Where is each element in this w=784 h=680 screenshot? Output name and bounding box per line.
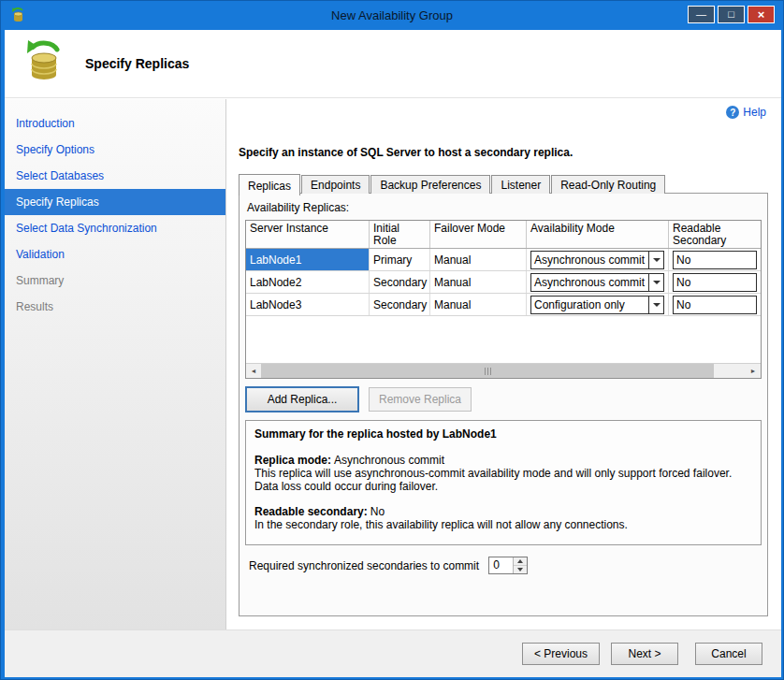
title-bar: New Availability Group — □ × — [1, 1, 783, 30]
column-header-readable-secondary[interactable]: Readable Secondary — [669, 221, 761, 248]
cell-failover-mode[interactable]: Manual — [430, 271, 527, 293]
sidebar-item-select-data-sync[interactable]: Select Data Synchronization — [5, 215, 225, 241]
next-button[interactable]: Next > — [611, 643, 678, 665]
chevron-down-icon[interactable] — [648, 252, 663, 268]
replicas-grid: Server Instance Initial Role Failover Mo… — [245, 220, 762, 379]
availability-mode-dropdown[interactable]: Asynchronous commit — [530, 251, 664, 269]
previous-button[interactable]: < Previous — [522, 643, 600, 665]
replica-mode-label: Replica mode: — [254, 454, 331, 467]
tab-replicas[interactable]: Replicas — [239, 174, 300, 195]
tab-strip: Replicas Endpoints Backup Preferences Li… — [239, 174, 666, 194]
availability-replicas-label: Availability Replicas: — [247, 201, 349, 214]
cell-initial-role[interactable]: Secondary — [370, 271, 430, 293]
instruction-text: Specify an instance of SQL Server to hos… — [239, 146, 573, 159]
tab-listener[interactable]: Listener — [491, 175, 550, 194]
summary-title: Summary for the replica hosted by LabNod… — [254, 427, 752, 441]
minimize-button[interactable]: — — [688, 6, 715, 23]
sidebar-item-introduction[interactable]: Introduction — [5, 110, 225, 137]
dropdown-value: No — [676, 298, 690, 311]
dropdown-value: No — [676, 253, 690, 267]
column-header-server-instance[interactable]: Server Instance — [246, 221, 370, 248]
sidebar-item-results: Results — [5, 294, 225, 320]
availability-group-icon — [22, 40, 66, 85]
required-secondaries-label: Required synchronized secondaries to com… — [249, 559, 479, 572]
replica-summary-panel: Summary for the replica hosted by LabNod… — [245, 420, 762, 545]
replica-mode-description: This replica will use asynchronous-commi… — [254, 467, 752, 493]
help-icon: ? — [726, 106, 739, 119]
cell-server-instance[interactable]: LabNode2 — [246, 271, 370, 293]
availability-mode-dropdown[interactable]: Configuration only — [530, 296, 664, 314]
maximize-button[interactable]: □ — [718, 6, 745, 23]
cell-readable-secondary: No — [669, 249, 761, 270]
column-header-availability-mode[interactable]: Availability Mode — [527, 221, 669, 248]
readable-secondary-value: No — [370, 505, 385, 518]
scroll-left-icon[interactable]: ◄ — [246, 364, 261, 378]
dropdown-value: Asynchronous commit — [531, 253, 648, 267]
cell-initial-role[interactable]: Secondary — [370, 294, 430, 315]
cell-availability-mode: Asynchronous commit — [527, 249, 669, 270]
column-header-failover-mode[interactable]: Failover Mode — [430, 221, 527, 248]
cell-failover-mode[interactable]: Manual — [430, 249, 527, 270]
replica-mode-section: Replica mode:Asynchronous commit This re… — [254, 454, 752, 493]
cell-availability-mode: Configuration only — [527, 294, 669, 315]
dropdown-value: No — [676, 276, 690, 289]
sidebar-item-specify-replicas[interactable]: Specify Replicas — [5, 189, 225, 215]
cell-failover-mode[interactable]: Manual — [430, 294, 527, 315]
readable-secondary-dropdown[interactable]: No — [673, 251, 757, 269]
wizard-header: Specify Replicas — [5, 30, 781, 98]
dropdown-value: Asynchronous commit — [531, 276, 648, 289]
add-replica-button[interactable]: Add Replica... — [245, 386, 359, 412]
scrollbar-track[interactable] — [714, 364, 746, 378]
remove-replica-button[interactable]: Remove Replica — [369, 387, 472, 412]
replicas-tab-panel: Availability Replicas: Server Instance I… — [239, 193, 768, 616]
scroll-right-icon[interactable]: ► — [746, 364, 761, 378]
cell-initial-role[interactable]: Primary — [370, 249, 430, 270]
dialog-window: New Availability Group — □ × Specify Rep… — [0, 0, 784, 680]
cell-availability-mode: Asynchronous commit — [527, 271, 669, 293]
wizard-body: Introduction Specify Options Select Data… — [5, 99, 781, 629]
table-row[interactable]: LabNode2 Secondary Manual Asynchronous c… — [246, 271, 761, 294]
window-title: New Availability Group — [1, 1, 783, 30]
horizontal-scrollbar[interactable]: ◄ ► — [246, 363, 761, 378]
dropdown-value: Configuration only — [531, 298, 648, 311]
tab-endpoints[interactable]: Endpoints — [301, 175, 370, 194]
sidebar-item-select-databases[interactable]: Select Databases — [5, 163, 225, 189]
tab-read-only-routing[interactable]: Read-Only Routing — [551, 175, 665, 194]
table-row[interactable]: LabNode1 Primary Manual Asynchronous com… — [246, 249, 761, 271]
cell-readable-secondary: No — [669, 271, 761, 293]
readable-secondary-section: Readable secondary:No In the secondary r… — [254, 505, 752, 531]
sidebar-item-specify-options[interactable]: Specify Options — [5, 137, 225, 163]
help-label: Help — [743, 106, 766, 119]
table-row[interactable]: LabNode3 Secondary Manual Configuration … — [246, 294, 761, 316]
availability-mode-dropdown[interactable]: Asynchronous commit — [530, 273, 664, 292]
scrollbar-thumb[interactable] — [261, 364, 714, 378]
sidebar-item-validation[interactable]: Validation — [5, 241, 225, 268]
cancel-button[interactable]: Cancel — [695, 643, 762, 665]
readable-secondary-dropdown[interactable]: No — [673, 296, 757, 314]
stepper-up-icon[interactable] — [514, 557, 527, 566]
page-title: Specify Replicas — [85, 56, 189, 71]
required-secondaries-stepper[interactable]: 0 — [488, 557, 528, 574]
sidebar-item-summary: Summary — [5, 268, 225, 294]
grid-header-row: Server Instance Initial Role Failover Mo… — [246, 221, 761, 249]
tab-backup-preferences[interactable]: Backup Preferences — [370, 175, 490, 194]
readable-secondary-description: In the secondary role, this availability… — [254, 518, 752, 531]
chevron-down-icon[interactable] — [648, 274, 663, 291]
readable-secondary-label: Readable secondary: — [254, 505, 368, 518]
column-header-initial-role[interactable]: Initial Role — [370, 221, 430, 248]
cell-server-instance[interactable]: LabNode1 — [246, 249, 370, 270]
close-button[interactable]: × — [748, 6, 775, 23]
stepper-down-icon[interactable] — [514, 566, 527, 573]
dialog-client-area: Specify Replicas Introduction Specify Op… — [5, 30, 781, 677]
readable-secondary-dropdown[interactable]: No — [673, 273, 757, 292]
chevron-down-icon[interactable] — [648, 297, 663, 313]
stepper-value[interactable]: 0 — [489, 557, 513, 573]
wizard-steps-sidebar: Introduction Specify Options Select Data… — [5, 99, 226, 629]
required-secondaries-row: Required synchronized secondaries to com… — [249, 557, 528, 574]
cell-server-instance[interactable]: LabNode3 — [246, 294, 370, 315]
cell-readable-secondary: No — [669, 294, 761, 315]
main-content: ? Help Specify an instance of SQL Server… — [227, 99, 781, 629]
help-link[interactable]: ? Help — [726, 106, 766, 119]
wizard-footer: < Previous Next > Cancel — [5, 629, 781, 677]
replica-mode-value: Asynchronous commit — [334, 454, 444, 467]
